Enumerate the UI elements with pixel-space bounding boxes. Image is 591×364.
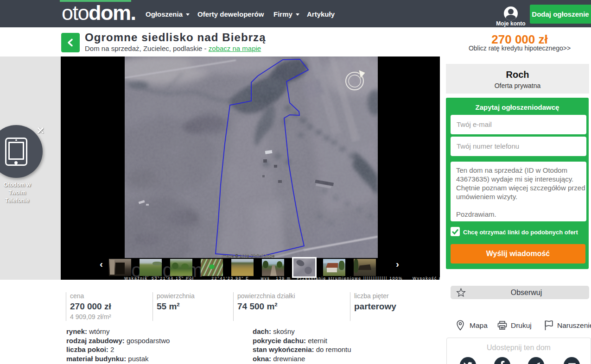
svg-text:Image © 2008 DigitalGlobe: Image © 2008 DigitalGlobe (222, 253, 274, 258)
